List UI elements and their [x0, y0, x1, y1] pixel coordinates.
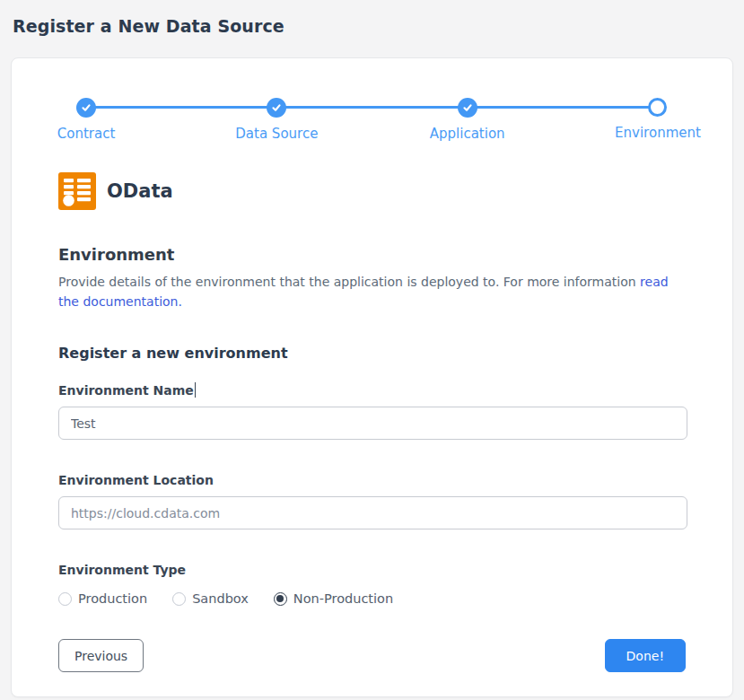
documentation-link-period[interactable]: .: [178, 294, 181, 309]
form-heading: Register a new environment: [58, 345, 686, 362]
data-source-header: OData: [58, 172, 686, 210]
radio-option-production[interactable]: Production: [58, 591, 147, 606]
step-data-source[interactable]: Data Source: [249, 98, 304, 143]
field-label-text: Environment Name: [58, 383, 194, 398]
radio-label: Sandbox: [192, 591, 249, 606]
radio-checked-icon: [274, 592, 287, 606]
environment-location-label: Environment Location: [58, 473, 686, 487]
radio-label: Production: [78, 591, 147, 606]
step-environment[interactable]: Environment: [630, 98, 686, 143]
page-title: Register a New Data Source: [0, 0, 744, 36]
environment-type-radio-group: Production Sandbox Non-Production: [58, 591, 686, 606]
odata-logo-icon: [58, 172, 96, 210]
field-label-text: Environment Location: [58, 473, 214, 487]
step-complete-check-icon: [458, 98, 477, 118]
radio-option-sandbox[interactable]: Sandbox: [172, 591, 249, 606]
step-application[interactable]: Application: [440, 98, 495, 143]
radio-unchecked-icon: [172, 592, 186, 606]
radio-label: Non-Production: [293, 591, 393, 606]
step-label: Contract: [57, 126, 116, 142]
environment-name-input[interactable]: [58, 407, 687, 440]
step-label: Data Source: [235, 126, 318, 142]
environment-name-label: Environment Name: [58, 382, 686, 398]
environment-location-input[interactable]: [58, 496, 687, 529]
done-button[interactable]: Done!: [605, 639, 686, 672]
stepper-track-line: [86, 106, 658, 109]
step-contract[interactable]: Contract: [58, 98, 114, 143]
step-complete-check-icon: [267, 98, 286, 118]
step-label: Application: [430, 126, 505, 142]
wizard-card: Contract Data Source Application Environ…: [11, 57, 733, 697]
wizard-stepper: Contract Data Source Application Environ…: [58, 98, 686, 143]
wizard-footer: Previous Done!: [58, 639, 686, 672]
step-complete-check-icon: [76, 98, 96, 118]
radio-unchecked-icon: [58, 592, 72, 606]
section-heading: Environment: [58, 245, 686, 264]
environment-type-label: Environment Type: [58, 563, 686, 577]
data-source-name: OData: [107, 180, 173, 202]
radio-option-non-production[interactable]: Non-Production: [274, 591, 393, 606]
step-current-circle-icon: [648, 98, 667, 117]
description-text: Provide details of the environment that …: [58, 275, 640, 289]
step-label: Environment: [615, 125, 701, 141]
section-description: Provide details of the environment that …: [58, 272, 686, 311]
text-cursor: [195, 382, 196, 398]
previous-button[interactable]: Previous: [58, 639, 144, 672]
